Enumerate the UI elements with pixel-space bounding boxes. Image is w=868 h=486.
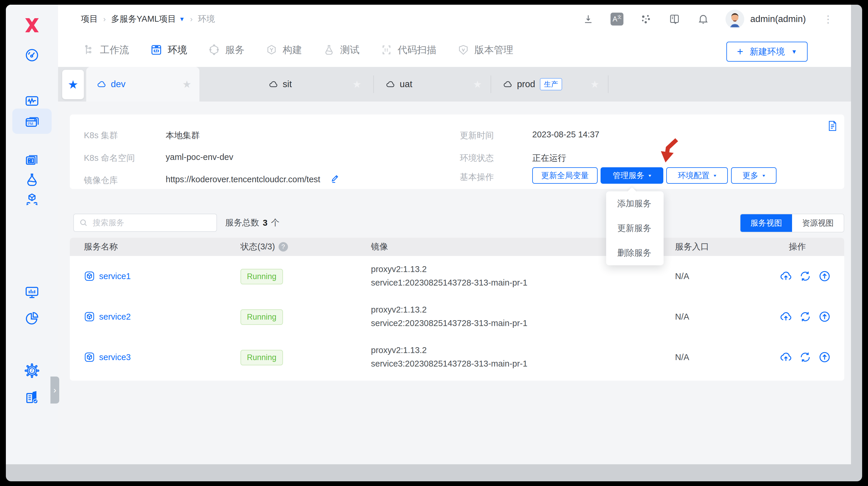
plugin-dots-icon[interactable] (639, 12, 652, 26)
restart-icon[interactable] (799, 351, 812, 364)
update-time-label: 更新时间 (460, 130, 494, 141)
workflow-icon (83, 44, 95, 56)
k8s-cluster-label: K8s 集群 (84, 130, 118, 141)
tab-environments[interactable]: 环境 (150, 44, 187, 57)
image-cell: proxyv2:1.13.2 service3:20230825143728-3… (371, 343, 528, 370)
restart-icon[interactable] (799, 310, 812, 323)
tab-version-management[interactable]: 版本管理 (458, 44, 513, 57)
service-search[interactable] (73, 213, 217, 232)
resource-view-toggle[interactable]: 资源视图 (792, 214, 844, 232)
tab-workflows[interactable]: 工作流 (83, 44, 129, 57)
chevron-down-icon: ▾ (713, 173, 716, 178)
tab-tests[interactable]: 测试 (323, 44, 360, 57)
image-cell: proxyv2:1.13.2 service1:20230825143728-3… (371, 262, 528, 289)
update-global-vars-button[interactable]: 更新全局变量 (532, 167, 598, 184)
chevron-right-icon: › (53, 385, 56, 395)
chevron-down-icon[interactable]: ▼ (179, 16, 185, 23)
download-icon[interactable] (582, 12, 595, 26)
search-icon (79, 218, 88, 227)
service-link[interactable]: service1 (84, 270, 131, 282)
service-link[interactable]: service3 (84, 351, 131, 363)
test-flask-icon (323, 44, 335, 56)
breadcrumb-separator: › (103, 15, 106, 24)
breadcrumb-projects[interactable]: 项目 (81, 13, 98, 25)
sidebar-collapse-handle[interactable]: › (51, 376, 59, 403)
help-icon[interactable]: ? (279, 242, 288, 252)
sidebar-item-insight[interactable] (24, 285, 39, 300)
search-input[interactable] (92, 218, 211, 228)
more-button[interactable]: 更多 ▾ (731, 167, 776, 184)
menu-item-update-service[interactable]: 更新服务 (606, 216, 663, 241)
red-pointer-arrow (656, 137, 679, 165)
sidebar-item-statistics[interactable] (24, 311, 39, 326)
star-icon[interactable]: ★ (182, 78, 191, 90)
user-menu[interactable]: admin(admin) (725, 10, 806, 28)
upgrade-icon[interactable] (818, 310, 831, 323)
breadcrumb: 项目 › 多服务YAML项目 ▼ › 环境 (81, 5, 215, 33)
zadig-logo[interactable] (24, 18, 40, 33)
table-row: service1 Running proxyv2:1.13.2 service1… (70, 256, 844, 297)
image-cell: proxyv2:1.13.2 service2:20230825143728-3… (371, 303, 528, 330)
env-detail-doc-icon[interactable] (827, 120, 838, 132)
service-link[interactable]: service2 (84, 311, 131, 322)
cloud-icon (503, 80, 513, 88)
cloud-icon (269, 80, 279, 88)
entry-cell: N/A (675, 310, 689, 323)
env-tab-sit[interactable]: sit ★ (199, 67, 373, 102)
chevron-down-icon: ▼ (791, 49, 797, 55)
status-badge: Running (241, 350, 283, 365)
service-cube-icon (84, 270, 95, 282)
favorite-star-tab[interactable]: ★ (62, 70, 84, 99)
sidebar-item-settings[interactable]: Z (24, 363, 39, 378)
row-operations (779, 270, 831, 283)
cloud-upload-icon[interactable] (779, 270, 792, 283)
row-operations (779, 310, 831, 323)
table-row: service2 Running proxyv2:1.13.2 service2… (70, 296, 844, 338)
star-icon[interactable]: ★ (590, 78, 599, 90)
menu-item-add-service[interactable]: 添加服务 (606, 191, 663, 216)
env-tab-dev[interactable]: dev ★ (86, 67, 199, 102)
app-window: PM (6, 5, 862, 481)
sidebar-item-releases[interactable] (24, 152, 39, 168)
col-image: 镜像 (371, 241, 388, 253)
sidebar-item-monitor[interactable] (24, 93, 39, 109)
col-service-name: 服务名称 (84, 241, 118, 253)
tab-builds[interactable]: 构建 (266, 44, 302, 57)
manage-services-button[interactable]: 管理服务 ▾ (600, 167, 663, 184)
cloud-upload-icon[interactable] (779, 351, 792, 364)
star-icon[interactable]: ★ (473, 78, 482, 90)
translate-icon[interactable]: A文 (611, 12, 623, 26)
cloud-upload-icon[interactable] (779, 310, 792, 323)
table-header: 服务名称 状态(3/3) ? 镜像 服务入口 操作 (70, 238, 844, 256)
bell-icon[interactable] (697, 12, 710, 26)
tab-code-scan[interactable]: 代码扫描 (381, 44, 436, 57)
star-icon[interactable]: ★ (352, 78, 361, 90)
breadcrumb-project-name[interactable]: 多服务YAML项目 (111, 13, 176, 25)
scan-icon (381, 44, 392, 56)
svg-text:PM: PM (28, 122, 33, 126)
sidebar-item-quality[interactable] (24, 172, 39, 187)
env-tab-prod[interactable]: prod 生产 ★ (491, 67, 608, 102)
entry-cell: N/A (675, 350, 689, 364)
upgrade-icon[interactable] (818, 270, 831, 283)
menu-item-delete-service[interactable]: 删除服务 (606, 241, 663, 265)
basic-ops-label: 基本操作 (460, 171, 494, 183)
upgrade-icon[interactable] (818, 351, 831, 364)
environment-info-card: K8s 集群 本地集群 K8s 命名空间 yaml-poc-env-dev 镜像… (70, 114, 844, 189)
edit-pencil-icon[interactable] (330, 174, 340, 184)
env-config-button[interactable]: 环境配置 ▾ (666, 167, 728, 184)
row-operations (779, 351, 831, 364)
docs-book-icon[interactable] (668, 12, 681, 26)
sidebar-item-dashboard[interactable] (24, 48, 39, 63)
sidebar-item-enterprise[interactable] (24, 389, 39, 404)
breadcrumb-separator: › (190, 15, 193, 24)
restart-icon[interactable] (799, 270, 812, 283)
k8s-namespace-label: K8s 命名空间 (84, 152, 135, 164)
tab-services[interactable]: 服务 (208, 44, 245, 57)
sidebar-item-delivery[interactable] (24, 192, 39, 207)
kebab-icon[interactable]: ⋮ (822, 12, 835, 26)
service-view-toggle[interactable]: 服务视图 (740, 214, 792, 232)
env-tab-uat[interactable]: uat ★ (374, 67, 491, 102)
new-environment-button[interactable]: + 新建环境 ▼ (726, 42, 808, 62)
sidebar-item-projects[interactable]: PM (24, 114, 39, 129)
